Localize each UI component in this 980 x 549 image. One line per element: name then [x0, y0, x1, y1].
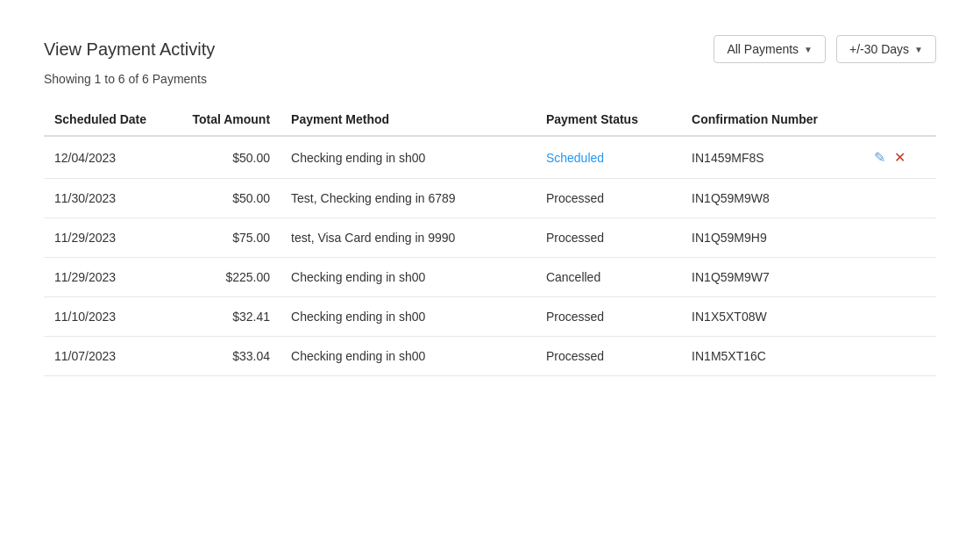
- days-filter-label: +/-30 Days: [849, 42, 909, 56]
- cell-confirmation-number: IN1Q59M9W8: [681, 179, 863, 218]
- cell-total-amount: $225.00: [162, 258, 281, 297]
- chevron-down-icon: ▼: [804, 45, 813, 54]
- days-filter-button[interactable]: +/-30 Days ▼: [836, 35, 936, 63]
- col-header-scheduled-date: Scheduled Date: [44, 103, 162, 136]
- cell-scheduled-date: 11/07/2023: [44, 337, 162, 376]
- cell-total-amount: $50.00: [162, 136, 281, 179]
- cell-confirmation-number: IN1X5XT08W: [681, 297, 863, 337]
- cell-payment-method: Checking ending in sh00: [281, 258, 536, 297]
- cell-actions: ✎ ✕: [863, 136, 936, 179]
- table-row: 11/29/2023 $75.00 test, Visa Card ending…: [44, 218, 936, 258]
- status-badge: Processed: [546, 349, 604, 363]
- table-row: 11/30/2023 $50.00 Test, Checking ending …: [44, 179, 936, 218]
- all-payments-label: All Payments: [727, 42, 799, 56]
- delete-icon[interactable]: ✕: [894, 149, 905, 166]
- status-badge: Processed: [546, 191, 604, 205]
- status-badge: Cancelled: [546, 270, 600, 284]
- cell-payment-status: Processed: [536, 218, 681, 258]
- cell-scheduled-date: 11/30/2023: [44, 179, 162, 218]
- cell-actions: [863, 258, 936, 297]
- header-buttons: All Payments ▼ +/-30 Days ▼: [714, 35, 936, 63]
- table-row: 11/10/2023 $32.41 Checking ending in sh0…: [44, 297, 936, 337]
- cell-payment-status: Processed: [536, 179, 681, 218]
- cell-payment-method: Checking ending in sh00: [281, 136, 536, 179]
- cell-payment-status: Scheduled: [536, 136, 681, 179]
- cell-actions: [863, 337, 936, 376]
- cell-actions: [863, 179, 936, 218]
- col-header-payment-status: Payment Status: [536, 103, 681, 136]
- cell-payment-status: Processed: [536, 297, 681, 337]
- edit-icon[interactable]: ✎: [874, 149, 885, 166]
- table-row: 12/04/2023 $50.00 Checking ending in sh0…: [44, 136, 936, 179]
- col-header-total-amount: Total Amount: [162, 103, 281, 136]
- cell-payment-method: test, Visa Card ending in 9990: [281, 218, 536, 258]
- page-container: View Payment Activity All Payments ▼ +/-…: [0, 0, 980, 411]
- cell-scheduled-date: 12/04/2023: [44, 136, 162, 179]
- cell-confirmation-number: IN1Q59M9H9: [681, 218, 863, 258]
- cell-total-amount: $75.00: [162, 218, 281, 258]
- cell-scheduled-date: 11/29/2023: [44, 218, 162, 258]
- cell-payment-status: Processed: [536, 337, 681, 376]
- table-row: 11/07/2023 $33.04 Checking ending in sh0…: [44, 337, 936, 376]
- cell-payment-method: Checking ending in sh00: [281, 297, 536, 337]
- showing-text: Showing 1 to 6 of 6 Payments: [44, 72, 936, 86]
- chevron-down-icon: ▼: [914, 45, 923, 54]
- col-header-confirmation-number: Confirmation Number: [681, 103, 863, 136]
- cell-payment-method: Test, Checking ending in 6789: [281, 179, 536, 218]
- table-header-row: Scheduled Date Total Amount Payment Meth…: [44, 103, 936, 136]
- action-icons: ✎ ✕: [874, 149, 926, 166]
- cell-confirmation-number: IN1Q59M9W7: [681, 258, 863, 297]
- cell-total-amount: $50.00: [162, 179, 281, 218]
- cell-confirmation-number: IN1459MF8S: [681, 136, 863, 179]
- cell-payment-method: Checking ending in sh00: [281, 337, 536, 376]
- cell-confirmation-number: IN1M5XT16C: [681, 337, 863, 376]
- page-title: View Payment Activity: [44, 39, 215, 60]
- cell-actions: [863, 297, 936, 337]
- cell-total-amount: $33.04: [162, 337, 281, 376]
- status-badge: Scheduled: [546, 151, 604, 165]
- cell-payment-status: Cancelled: [536, 258, 681, 297]
- status-badge: Processed: [546, 231, 604, 245]
- header-row: View Payment Activity All Payments ▼ +/-…: [44, 35, 936, 63]
- payments-table: Scheduled Date Total Amount Payment Meth…: [44, 103, 936, 376]
- cell-scheduled-date: 11/29/2023: [44, 258, 162, 297]
- status-badge: Processed: [546, 310, 604, 324]
- table-row: 11/29/2023 $225.00 Checking ending in sh…: [44, 258, 936, 297]
- all-payments-button[interactable]: All Payments ▼: [714, 35, 826, 63]
- cell-total-amount: $32.41: [162, 297, 281, 337]
- col-header-payment-method: Payment Method: [281, 103, 536, 136]
- col-header-actions: [863, 103, 936, 136]
- cell-actions: [863, 218, 936, 258]
- cell-scheduled-date: 11/10/2023: [44, 297, 162, 337]
